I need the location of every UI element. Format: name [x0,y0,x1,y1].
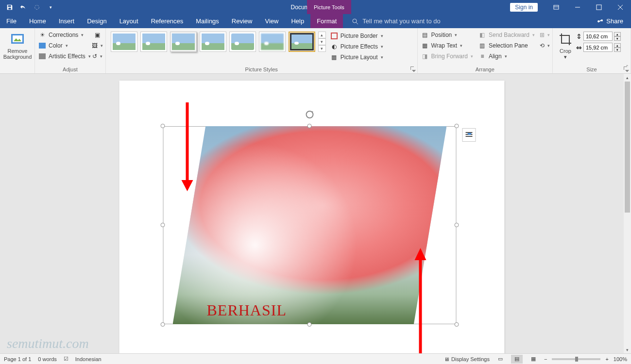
resize-handle[interactable] [161,223,165,227]
compress-button[interactable]: ▣ [92,30,103,40]
selection-pane-button[interactable]: ▥Selection Pane [477,40,536,51]
align-button[interactable]: ≡Align▾ [477,51,536,62]
tab-format[interactable]: Format [310,14,343,28]
tab-mailings[interactable]: Mailings [189,14,225,28]
word-count[interactable]: 0 words [38,356,57,362]
tab-file[interactable]: File [0,14,23,28]
read-mode-icon[interactable]: ▭ [495,355,506,364]
qat-customize-icon[interactable]: ▾ [45,1,56,13]
close-icon[interactable] [610,0,631,14]
resize-handle[interactable] [455,223,459,227]
group-label-styles: Picture Styles [106,66,417,72]
group-label-arrange: Arrange [418,66,552,72]
overlay-text: BERHASIL [207,301,287,319]
chevron-down-icon: ▾ [381,44,383,49]
resize-handle[interactable] [161,322,165,327]
tab-review[interactable]: Review [225,14,259,28]
zoom-out-icon[interactable]: − [544,356,547,362]
vertical-scrollbar[interactable]: ▴ ▾ [624,74,631,353]
style-thumb[interactable] [140,32,167,52]
gallery-down-icon[interactable]: ▾ [318,38,326,45]
artistic-effects-button[interactable]: Artistic Effects▾ [37,51,92,62]
ribbon-display-icon[interactable] [546,0,567,14]
width-input[interactable]: 15,92 cm [583,43,613,52]
collapse-ribbon-icon[interactable]: ˆ [626,65,628,71]
picture-border-button[interactable]: Picture Border▾ [329,31,384,41]
share-button[interactable]: Share [589,14,631,28]
corrections-button[interactable]: ☀Corrections▾ [37,30,92,40]
style-thumb[interactable] [229,32,256,52]
scroll-thumb[interactable] [625,82,630,213]
rotate-button[interactable]: ⟲▾ [539,40,550,51]
tellme-search[interactable]: Tell me what you want to do [343,14,589,28]
tab-layout[interactable]: Layout [113,14,145,28]
svg-rect-17 [466,136,473,137]
chevron-down-icon: ▾ [460,43,462,48]
change-picture-button[interactable]: 🖼▾ [92,40,103,51]
resize-handle[interactable] [161,124,165,128]
dialog-launcher-icon[interactable] [410,66,415,71]
resize-handle[interactable] [455,124,459,128]
redo-icon[interactable] [31,1,43,13]
page-count[interactable]: Page 1 of 1 [4,356,31,362]
resize-handle[interactable] [307,124,312,128]
display-settings-button[interactable]: 🖥Display Settings [444,356,490,362]
rotate-handle-icon[interactable] [305,110,315,121]
style-thumb[interactable] [259,32,286,52]
resize-handle[interactable] [307,322,312,327]
tab-home[interactable]: Home [23,14,52,28]
gallery-more-icon[interactable]: ▾ [318,45,326,52]
layout-options-icon[interactable] [462,128,476,142]
reset-picture-button[interactable]: ↺▾ [92,51,103,62]
h-down-icon[interactable]: ▾ [614,36,621,41]
change-picture-icon: 🖼 [92,42,98,49]
scroll-down-icon[interactable]: ▾ [624,346,631,353]
style-thumb[interactable] [111,32,137,52]
border-icon [330,32,339,40]
zoom-in-icon[interactable]: + [605,356,608,362]
resize-handle[interactable] [455,322,459,327]
web-layout-icon[interactable]: ▦ [528,355,539,364]
ribbon-tabs: File Home Insert Design Layout Reference… [0,14,631,28]
maximize-icon[interactable] [588,0,610,14]
svg-marker-19 [182,180,193,191]
print-layout-icon[interactable]: ▤ [511,355,523,364]
picture-effects-button[interactable]: ◐Picture Effects▾ [329,41,384,52]
tab-design[interactable]: Design [81,14,113,28]
tab-help[interactable]: Help [285,14,310,28]
height-input[interactable]: 10,62 cm [583,32,613,41]
svg-rect-15 [466,132,473,133]
document-canvas[interactable]: BERHASIL [0,74,624,353]
zoom-level[interactable]: 100% [614,356,627,362]
signin-button[interactable]: Sign in [510,3,538,12]
flower-image [173,126,447,324]
undo-icon[interactable] [17,1,29,13]
tab-view[interactable]: View [258,14,285,28]
language-status[interactable]: Indonesian [75,356,102,362]
zoom-slider[interactable] [552,358,600,360]
style-thumb[interactable] [170,32,197,52]
tab-insert[interactable]: Insert [52,14,81,28]
picture-layout-button[interactable]: ▦Picture Layout▾ [329,52,384,63]
group-button[interactable]: ⊞▾ [539,30,550,40]
minimize-icon[interactable] [567,0,588,14]
remove-background-button[interactable]: Remove Background [2,30,33,60]
color-button[interactable]: Color▾ [37,40,92,51]
w-down-icon[interactable]: ▾ [614,48,621,52]
style-thumb-selected[interactable] [289,32,315,52]
position-button[interactable]: ▤Position▾ [420,30,474,40]
group-picture-styles: ▴ ▾ ▾ Picture Border▾ ◐Picture Effects▾ … [106,28,418,73]
svg-point-7 [353,19,357,23]
tab-references[interactable]: References [145,14,189,28]
scroll-up-icon[interactable]: ▴ [624,74,631,81]
style-thumb[interactable] [200,32,226,52]
save-icon[interactable] [4,1,16,13]
w-up-icon[interactable]: ▴ [614,43,621,48]
send-backward-button[interactable]: ◧Send Backward▾ [477,30,536,40]
gallery-scroll: ▴ ▾ ▾ [318,32,326,52]
h-up-icon[interactable]: ▴ [614,32,621,36]
wrap-text-button[interactable]: ▦Wrap Text▾ [420,40,474,51]
proofing-icon[interactable]: ☑ [64,356,68,362]
gallery-up-icon[interactable]: ▴ [318,32,326,38]
bring-forward-button[interactable]: ◨Bring Forward▾ [420,51,474,62]
